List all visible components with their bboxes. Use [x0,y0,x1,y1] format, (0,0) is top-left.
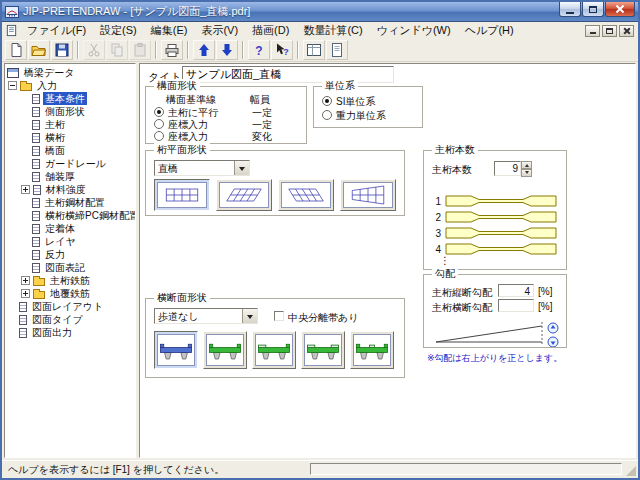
move-up-button[interactable] [193,40,215,60]
tree-item-reaction[interactable]: 反力 [5,248,135,261]
menu-bar: ファイル(F) 設定(S) 編集(E) 表示(V) 描画(D) 数量計算(C) … [2,22,638,39]
tree-item-drawing-type[interactable]: 図面タイプ [5,313,135,326]
mdi-close-button[interactable] [619,25,634,37]
radio-si-units[interactable] [322,96,332,106]
girder-shape-icon [445,211,557,223]
girder-count-legend: 主桁本数 [432,143,478,157]
plan-shape-button-skew-right[interactable] [216,179,272,211]
expand-icon[interactable] [21,289,30,298]
document-icon [32,133,40,143]
cross-section-combobox[interactable]: 歩道なし [154,308,258,324]
print-button[interactable] [161,40,183,60]
tree-item-cross-girder[interactable]: 横桁 [5,131,135,144]
menu-item-help[interactable]: ヘルプ(H) [458,22,521,39]
copy-button[interactable] [106,40,128,60]
tree-item-drawing-layout[interactable]: 図面レイアウト [5,300,135,313]
menu-item-draw[interactable]: 描画(D) [245,22,296,39]
girder-shape-icon [445,243,557,255]
tree-item-girder-steel-layout[interactable]: 主桁鋼材配置 [5,196,135,209]
open-button[interactable] [28,40,50,60]
girder-shape-icon [445,227,557,239]
maximize-button[interactable] [582,2,604,17]
tree-item-girder-rebar[interactable]: 主桁鉄筋 [5,274,135,287]
page-button[interactable] [326,40,348,60]
tree-item-layer[interactable]: レイヤ [5,235,135,248]
document-icon[interactable] [5,24,18,37]
tree-item-input[interactable]: 入力 [5,79,135,92]
transverse-slope-input[interactable] [498,299,534,312]
context-help-icon: ? [274,42,290,58]
girder-count-stepper[interactable]: 9 [494,161,532,176]
menu-item-file[interactable]: ファイル(F) [20,22,93,39]
collapse-icon[interactable] [8,81,17,90]
radio-parallel-to-girder[interactable] [154,107,164,117]
minimize-icon [590,32,596,34]
tree-item-main-girder[interactable]: 主桁 [5,118,135,131]
move-down-button[interactable] [216,40,238,60]
new-button[interactable] [5,40,27,60]
status-panel [310,463,622,475]
tree-item-side-shape[interactable]: 側面形状 [5,105,135,118]
skew-right-grid-icon [219,182,269,208]
drawing-button[interactable] [303,40,325,60]
tree-item-curb-rebar[interactable]: 地覆鉄筋 [5,287,135,300]
radio-coordinate-input-variable[interactable] [154,131,164,141]
paste-button[interactable] [129,40,151,60]
close-button[interactable] [605,2,635,17]
girder-number: 3 [432,228,441,239]
menu-item-quantity-calc[interactable]: 数量計算(C) [296,22,369,39]
more-rows-indicator: ⋮ [440,255,451,266]
mdi-restore-button[interactable] [602,25,617,37]
tree-item-deck[interactable]: 橋面 [5,144,135,157]
menu-item-edit[interactable]: 編集(E) [144,22,195,39]
folder-icon [33,291,45,299]
cross-section-button-3[interactable] [252,331,296,369]
tree-item-guardrail[interactable]: ガードレール [5,157,135,170]
girder-plan-legend: 桁平面形状 [154,143,210,157]
tree-item-material-strength[interactable]: 材料強度 [5,183,135,196]
plan-shape-button-fan[interactable] [340,179,396,211]
median-strip-checkbox[interactable] [274,311,284,321]
svg-text:?: ? [255,44,262,58]
document-icon [32,146,40,156]
mdi-minimize-button[interactable] [585,25,600,37]
tree-item-drawing-output[interactable]: 図面出力 [5,326,135,339]
tree-item-drawing-notation[interactable]: 図面表記 [5,261,135,274]
plan-shape-button-straight[interactable] [154,179,210,211]
tree-item-pavement-thickness[interactable]: 舗装厚 [5,170,135,183]
expand-icon[interactable] [21,185,30,194]
dropdown-button[interactable] [234,161,249,175]
minimize-button[interactable] [559,2,581,17]
girder-count-label: 主桁本数 [432,163,472,177]
percent-unit: [%] [538,286,552,297]
cross-section-button-2[interactable] [203,331,247,369]
tree-item-transverse-pc-steel[interactable]: 横桁横締PC鋼材配置 [5,209,135,222]
context-help-button[interactable]: ? [271,40,293,60]
radio-coordinate-input-constant[interactable] [154,119,164,129]
dropdown-button[interactable] [242,309,257,323]
tree-item-anchorage[interactable]: 定着体 [5,222,135,235]
tree-item-bridge-data[interactable]: 橋梁データ [5,66,135,79]
girder-plan-combobox[interactable]: 直橋 [154,160,250,176]
radio-gravity-units[interactable] [322,110,332,120]
tree-item-basic-conditions[interactable]: 基本条件 [5,92,135,105]
stepper-down-button[interactable] [521,169,532,177]
menu-item-settings[interactable]: 設定(S) [93,22,144,39]
save-button[interactable] [51,40,73,60]
cross-section-button-1[interactable] [154,331,198,369]
paste-icon [132,42,148,58]
menu-item-view[interactable]: 表示(V) [194,22,245,39]
cut-button[interactable] [83,40,105,60]
menu-item-window[interactable]: ウィンドウ(W) [370,22,458,39]
help-button[interactable]: ? [248,40,270,60]
cross-section-button-4[interactable] [301,331,345,369]
stepper-buttons [521,161,532,176]
longitudinal-slope-input[interactable]: 4 [498,284,534,297]
cross-section-icon [304,334,342,366]
plan-shape-button-skew-left[interactable] [278,179,334,211]
stepper-up-button[interactable] [521,161,532,169]
cross-section-button-5[interactable] [350,331,394,369]
title-input[interactable] [182,66,394,83]
expand-icon[interactable] [21,276,30,285]
resize-grip-icon[interactable] [626,466,636,476]
